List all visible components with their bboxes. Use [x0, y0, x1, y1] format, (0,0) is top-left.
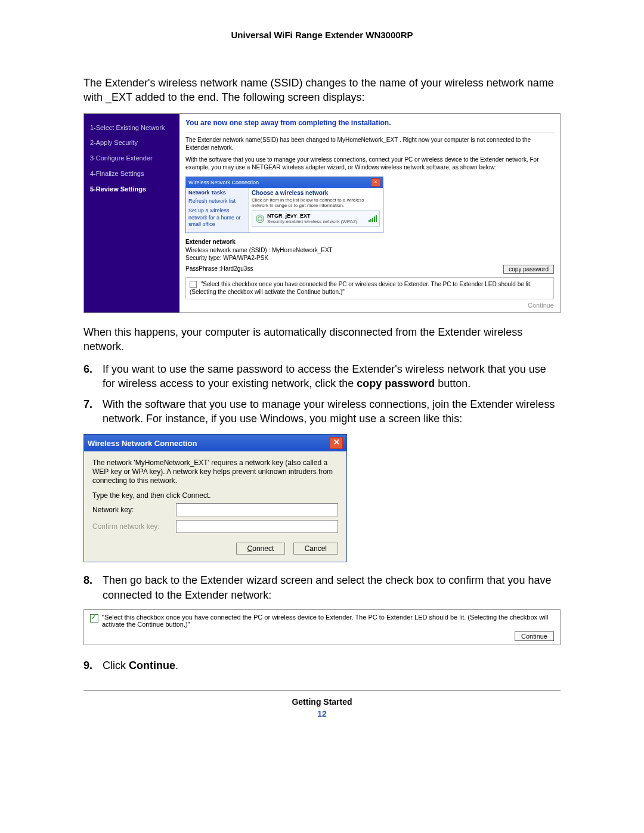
- xp-mini-network-security: Security-enabled wireless network (WPA2): [267, 219, 357, 224]
- xp-mini-title: Wireless Network Connection: [188, 179, 259, 185]
- extender-ssid-line: Wireless network name (SSID) : MyHomeNet…: [185, 246, 554, 255]
- confirm-checkbox-text: "Select this checkbox once you have conn…: [102, 614, 554, 628]
- doc-header-title: Universal WiFi Range Extender WN3000RP: [83, 30, 561, 40]
- wizard-instruction: With the software that you use to manage…: [185, 156, 554, 172]
- network-key-label: Network key:: [92, 506, 176, 514]
- confirm-checkbox-unchecked[interactable]: [190, 281, 197, 288]
- wizard-headline: You are now one step away from completin…: [185, 119, 554, 127]
- page: Universal WiFi Range Extender WN3000RP T…: [0, 0, 644, 833]
- xp-mini-choose-header: Choose a wireless network: [252, 190, 380, 196]
- extender-security-type-line: Security type: WPA/WPA2-PSK: [185, 254, 554, 262]
- continue-button[interactable]: Continue: [515, 631, 554, 641]
- network-key-input[interactable]: [176, 503, 338, 516]
- wizard-main-pane: You are now one step away from completin…: [179, 114, 560, 312]
- wizard-step-3: 3-Configure Extender: [90, 153, 174, 165]
- footer-section-title: Getting Started: [83, 697, 561, 707]
- xp-wireless-chooser-thumbnail: Wireless Network Connection × Network Ta…: [185, 176, 383, 233]
- xp-mini-tasks-header: Network Tasks: [188, 190, 246, 197]
- confirm-connected-checkbox[interactable]: [90, 614, 98, 623]
- xp-mini-network-name: NTGR_jEvY_EXT: [267, 213, 357, 219]
- xp-mini-choose-hint: Click an item in the list below to conne…: [252, 197, 380, 208]
- confirm-network-key-label: Confirm network key:: [92, 522, 176, 531]
- xp-dialog-type-hint: Type the key, and then click Connect.: [92, 491, 338, 500]
- copy-password-button[interactable]: copy password: [503, 265, 554, 274]
- wizard-step-1: 1-Select Existing Network: [90, 122, 174, 134]
- step-7: 7. With the software that you use to man…: [83, 397, 561, 426]
- step-9: 9. Click Continue.: [83, 658, 561, 673]
- close-icon[interactable]: ✕: [330, 437, 343, 449]
- connect-button[interactable]: Connect: [236, 543, 286, 555]
- divider: [185, 132, 554, 132]
- wizard-checkbox-note-text: "Select this checkbox once you have conn…: [190, 281, 532, 296]
- xp-dialog-title: Wireless Network Connection: [88, 439, 197, 448]
- cancel-button[interactable]: Cancel: [293, 543, 338, 555]
- page-number: 12: [83, 709, 561, 719]
- confirm-network-key-input[interactable]: [176, 520, 338, 533]
- confirmation-checkbox-box: "Select this checkbox once you have conn…: [83, 609, 561, 645]
- extender-passphrase-line: PassPhrase :Hard2gu3ss: [185, 265, 253, 273]
- wizard-step-list: 1-Select Existing Network 2-Apply Securi…: [84, 114, 179, 312]
- post-wizard-paragraph: When this happens, your computer is auto…: [83, 325, 561, 354]
- wizard-step-2: 2-Apply Security: [90, 137, 174, 149]
- wizard-step-5-active: 5-Review Settings: [90, 184, 174, 196]
- xp-mini-refresh-link[interactable]: Refresh network list: [188, 198, 246, 205]
- wizard-step-4: 4-Finalize Settings: [90, 168, 174, 180]
- xp-dialog-description: The network 'MyHomeNetwork_EXT' requires…: [92, 459, 338, 485]
- intro-paragraph: The Extender's wireless network name (SS…: [83, 76, 561, 105]
- wizard-checkbox-note-box: "Select this checkbox once you have conn…: [185, 277, 554, 299]
- close-icon[interactable]: ×: [371, 178, 380, 187]
- extender-network-header: Extender network: [185, 238, 554, 246]
- xp-mini-network-row[interactable]: NTGR_jEvY_EXT Security-enabled wireless …: [252, 210, 380, 227]
- xp-network-key-dialog: Wireless Network Connection ✕ The networ…: [83, 434, 347, 562]
- wifi-antenna-icon: [255, 214, 264, 222]
- extender-wizard-screenshot: 1-Select Existing Network 2-Apply Securi…: [83, 113, 561, 313]
- footer-divider: [83, 690, 561, 691]
- signal-strength-icon: [369, 215, 377, 222]
- step-6: 6. If you want to use the same password …: [83, 362, 561, 391]
- wizard-renamed-note: The Extender network name(SSID) has been…: [185, 136, 554, 152]
- xp-mini-setup-link[interactable]: Set up a wireless network for a home or …: [188, 208, 246, 228]
- step-8: 8. Then go back to the Extender wizard s…: [83, 573, 561, 602]
- wizard-continue-disabled: Continue: [528, 302, 554, 309]
